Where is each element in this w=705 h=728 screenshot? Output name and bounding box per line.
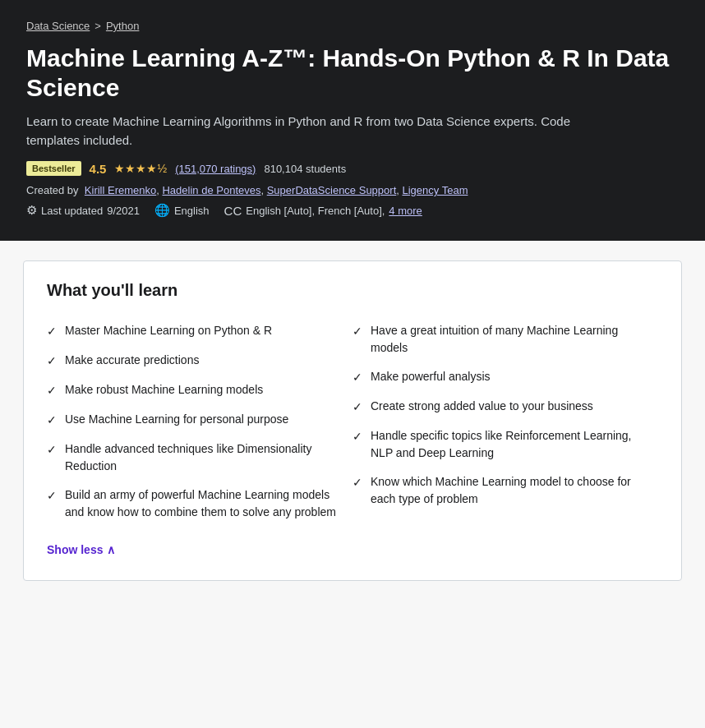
breadcrumb-data-science[interactable]: Data Science [26,20,90,32]
show-less-button[interactable]: Show less ∧ [47,543,115,556]
learn-item-text: Have a great intuition of many Machine L… [371,322,645,357]
check-icon: ✓ [47,352,57,370]
check-icon: ✓ [47,441,57,458]
learn-item-text: Use Machine Learning for personal purpos… [65,411,288,428]
list-item: ✓ Know which Machine Learning model to c… [352,468,658,514]
breadcrumb: Data Science > Python [26,20,679,32]
instructor-ligency[interactable]: Ligency Team [402,184,468,196]
instructor-superdatascience[interactable]: SuperDataScience Support [267,184,397,196]
list-item: ✓ Make accurate predictions [47,346,352,376]
captions-item: CC English [Auto], French [Auto], 4 more [224,204,422,218]
created-by: Created by Kirill Eremenko, Hadelin de P… [26,184,679,196]
learn-item-text: Make robust Machine Learning models [65,381,263,399]
meta-row: ⚙ Last updated 9/2021 🌐 English CC Engli… [26,203,679,218]
language-value: English [174,205,210,217]
bestseller-badge: Bestseller [26,161,81,176]
learn-col-left: ✓ Master Machine Learning on Python & R … [47,316,352,527]
language-item: 🌐 English [154,203,210,218]
list-item: ✓ Build an army of powerful Machine Lear… [47,481,352,527]
globe-icon: 🌐 [154,203,170,218]
list-item: ✓ Have a great intuition of many Machine… [352,316,658,362]
breadcrumb-python[interactable]: Python [106,20,139,32]
course-subtitle: Learn to create Machine Learning Algorit… [26,113,618,150]
rating-score: 4.5 [90,162,107,176]
last-updated-item: ⚙ Last updated 9/2021 [26,203,140,218]
list-item: ✓ Create strong added value to your busi… [352,392,658,422]
check-icon: ✓ [352,323,362,340]
learn-item-text: Handle advanced techniques like Dimensio… [65,440,339,475]
last-updated-value: 9/2021 [107,205,140,217]
learn-item-text: Master Machine Learning on Python & R [65,322,272,339]
check-icon: ✓ [47,487,57,505]
stars-icon: ★★★★½ [114,162,167,175]
check-icon: ✓ [47,323,57,340]
instructor-hadelin[interactable]: Hadelin de Ponteves [162,184,260,196]
check-icon: ✓ [352,369,362,386]
list-item: ✓ Make robust Machine Learning models [47,376,352,405]
learn-col-right: ✓ Have a great intuition of many Machine… [352,316,658,527]
list-item: ✓ Handle advanced techniques like Dimens… [47,435,352,481]
chevron-up-icon: ∧ [107,543,115,556]
show-less-label: Show less [47,543,103,556]
list-item: ✓ Use Machine Learning for personal purp… [47,405,352,435]
instructor-kirill[interactable]: Kirill Eremenko [85,184,156,196]
check-icon: ✓ [352,474,362,491]
check-icon: ✓ [352,399,362,416]
list-item: ✓ Make powerful analysis [352,362,658,392]
check-icon: ✓ [47,412,57,429]
learn-box: What you'll learn ✓ Master Machine Learn… [23,260,682,581]
more-captions-link[interactable]: 4 more [389,205,422,217]
content-section: What you'll learn ✓ Master Machine Learn… [0,241,705,604]
learn-item-text: Make powerful analysis [371,368,491,385]
rating-row: Bestseller 4.5 ★★★★½ (151,070 ratings) 8… [26,161,679,176]
students-count: 810,104 students [264,163,346,175]
list-item: ✓ Handle specific topics like Reinforcem… [352,422,658,468]
captions-value: English [Auto], French [Auto], [246,205,385,217]
rating-count[interactable]: (151,070 ratings) [175,163,256,175]
learn-item-text: Build an army of powerful Machine Learni… [65,486,339,521]
last-updated-label: Last updated [41,205,103,217]
check-icon: ✓ [352,428,362,445]
learn-grid: ✓ Master Machine Learning on Python & R … [47,316,658,527]
check-icon: ✓ [47,382,57,399]
breadcrumb-separator: > [94,20,101,32]
cc-icon: CC [224,204,242,218]
learn-title: What you'll learn [47,281,658,300]
learn-item-text: Make accurate predictions [65,352,199,369]
created-by-label: Created by [26,184,79,196]
learn-item-text: Handle specific topics like Reinforcemen… [371,427,645,462]
learn-item-text: Create strong added value to your busine… [371,398,593,415]
learn-item-text: Know which Machine Learning model to cho… [371,473,645,508]
course-title: Machine Learning A-Z™: Hands-On Python &… [26,44,679,103]
hero-section: Data Science > Python Machine Learning A… [0,0,705,241]
clock-icon: ⚙ [26,203,37,218]
list-item: ✓ Master Machine Learning on Python & R [47,316,352,346]
